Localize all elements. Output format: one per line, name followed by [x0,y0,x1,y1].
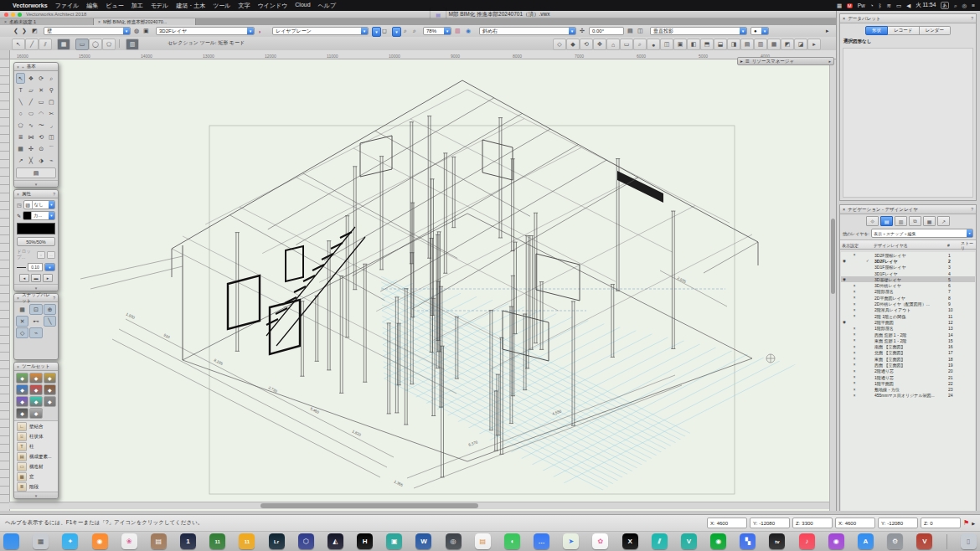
layer-row[interactable]: ◉✓3D2Fレイヤ2 [841,258,975,264]
close-icon[interactable]: × [17,64,19,70]
center-mark-tool[interactable]: ⊙ [37,143,46,154]
cat-gear-a[interactable]: ◆ [16,408,28,419]
polyline-tool[interactable]: ∿ [26,120,35,131]
view-tool-9[interactable]: ▣ [673,39,687,50]
menu-clock[interactable]: 火 11:54 [916,2,936,9]
palette-collapse-handle[interactable]: ▾ [14,284,58,291]
layer-name[interactable]: 3D1Fレイヤ [874,271,948,276]
dock-icon-contacts[interactable]: ▤ [151,533,167,549]
menu-item-7[interactable]: 文字 [238,2,250,10]
layer-visibility-toggle[interactable]: × [843,296,866,300]
align-plane-icon[interactable]: ◫ [637,27,643,35]
layer-row[interactable]: ×3D外構レイヤ6 [841,282,975,288]
layer-visibility-toggle[interactable]: × [843,381,866,385]
menu-item-1[interactable]: 編集 [86,2,98,10]
network-mode-icon[interactable]: ▥ [126,39,139,50]
framing-member-tool[interactable]: ▭構造材 [14,461,58,471]
layer-name[interactable]: 西面 窓廻 1・2階 [874,332,948,337]
status-overflow-icon[interactable]: ▶ [972,521,975,526]
zoom-level-dropdown[interactable]: 78%▾ [423,27,451,35]
layer-row[interactable]: ×455mmマス目オリジナル製図...24 [841,393,975,399]
layer-row[interactable]: ×1階平面図22 [841,380,975,386]
layer-row[interactable]: ×2D平面図レイヤ8 [841,295,975,301]
snap-object[interactable]: ⊡ [29,304,42,315]
clock-icon[interactable]: ◔ [870,3,874,8]
volume-icon[interactable]: ◀ [906,3,910,9]
layer-name[interactable]: 2階家具レイアウト [874,307,948,312]
cat-furniture[interactable]: ◆ [29,384,42,395]
line-tool[interactable]: ╲ [16,96,25,107]
palette-collapse-handle[interactable]: ▾ [14,180,58,187]
gradient-button[interactable]: 50%/50% [17,237,55,246]
vertical-scrollbar[interactable] [829,59,836,511]
double-line-tool[interactable]: ╱ [26,96,35,107]
dock-icon-trash[interactable]: ▯ [961,533,977,549]
cat-3d-model[interactable]: ◆ [29,396,42,407]
layer-row[interactable]: ×2階家具レイアウト10 [841,307,975,313]
plane-mode-button[interactable]: ▾ [372,27,381,37]
grid-tool[interactable]: ▦ [16,143,25,154]
layer-row[interactable]: ×2階通り芯20 [841,368,975,374]
spotlight-icon[interactable]: ⌕ [954,3,957,9]
nav-design-layers-icon[interactable]: ▤ [880,216,893,226]
layer-visibility-toggle[interactable]: × [843,363,866,367]
close-icon[interactable]: × [843,207,845,212]
minimize-window-button[interactable] [11,13,15,17]
layer-row[interactable]: ×敷地線・方位23 [841,387,975,393]
disclosure-icon[interactable]: ▸ [740,59,743,64]
other-layers-dropdown[interactable]: 表示＋スナップ＋編集▾ [871,229,973,238]
dock-icon-podcasts[interactable]: ◉ [828,533,844,549]
view-angle-field[interactable]: 0.00° [589,27,624,35]
layer-name[interactable]: 敷地線・方位 [874,387,948,392]
layer-visibility-toggle[interactable]: × [843,351,866,355]
layer-name[interactable]: 1階通り芯 [874,375,948,380]
dock-icon-v-app[interactable]: V [681,533,697,549]
selection-tool[interactable]: ↖ [16,73,25,84]
layer-row[interactable]: ◉2階平面図12 [841,319,975,325]
layer-row[interactable]: ×1階通り芯21 [841,374,975,380]
snap-grid[interactable]: ▦ [16,304,28,315]
dock-icon[interactable]: ÷ [22,64,24,70]
layer-visibility-toggle[interactable]: × [843,394,866,398]
color-preview[interactable] [17,223,55,234]
disclose-mode-icon[interactable]: ↖ [12,39,25,50]
coordinate-field-3[interactable]: X:4600 [835,518,875,528]
close-tab-icon[interactable]: × [98,19,101,24]
layer-name[interactable]: 南面 【立面図】 [874,344,948,349]
layer-row[interactable]: 3D1Fレイヤ4 [841,270,975,276]
connect-tool[interactable]: ⌒ [47,143,56,154]
close-tab-icon[interactable]: × [4,19,7,24]
layer-name[interactable]: 2D外構レイヤ（配置図用）... [874,301,948,306]
layer-mode-button[interactable]: ▾ [392,27,401,37]
layer-row[interactable]: ×3D2F屋根レイヤ1 [841,252,975,258]
layer-row[interactable]: 3D1F屋根レイヤ3 [841,265,975,270]
layer-name[interactable]: 455mmマス目オリジナル製図... [874,393,948,398]
forward-icon[interactable]: ❯ [22,27,27,35]
layer-name[interactable]: 北面 【立面図】 [874,350,948,355]
drop-shadow-toggle[interactable]: ○ [37,251,45,259]
view-tool-3[interactable]: ✥ [593,39,606,50]
active-class-dropdown[interactable]: 壁▾ [44,27,131,35]
snap-intersection[interactable]: ✕ [16,316,28,327]
app-menu[interactable]: Vectorworks [13,3,48,8]
close-icon[interactable]: × [17,296,19,301]
layer-row[interactable]: ×東面 【立面図】18 [841,356,975,362]
coordinate-field-2[interactable]: Z:3300 [792,518,833,528]
snap-angle[interactable]: ⊕ [44,304,56,315]
shear-tool[interactable]: ⬗ [37,155,46,166]
circle-tool[interactable]: ○ [16,108,25,119]
view-tool-2[interactable]: ⟲ [580,39,593,50]
menu-item-5[interactable]: 建築・土木 [176,2,205,10]
dock-icon-hey[interactable]: H [357,533,373,549]
dock-icon-safari[interactable]: ✦ [62,533,78,549]
layer-name[interactable]: 1階平面図 [874,381,948,386]
menu-item-3[interactable]: 加工 [132,2,143,10]
tab-shape[interactable]: 形状 [865,26,888,35]
active-layer-dropdown[interactable]: 3D2Fレイヤ▾ [156,27,255,35]
nav-sheet-layers-icon[interactable]: ▥ [895,216,907,226]
view-tool-11[interactable]: ⬒ [700,39,714,50]
siri-icon[interactable]: ◎ [962,3,967,9]
help-icon[interactable]: ? [971,16,973,21]
saved-views-icon[interactable]: ◩ [32,27,38,35]
notification-center-icon[interactable]: ≡ [972,3,975,8]
